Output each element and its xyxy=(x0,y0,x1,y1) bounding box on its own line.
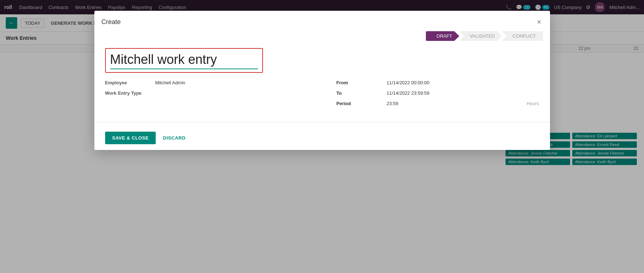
form-right: From 11/14/2022 00:00:00 To 11/14/2022 2… xyxy=(322,80,539,111)
work-entry-title[interactable]: Mitchell work entry xyxy=(110,52,258,67)
employee-row: Employee Mitchell Admin xyxy=(105,80,308,85)
dialog-overlay: Create × DRAFT VALIDATED CONFLICT Mitche… xyxy=(0,0,644,273)
status-bar: DRAFT VALIDATED CONFLICT xyxy=(94,28,550,41)
status-conflict[interactable]: CONFLICT xyxy=(502,31,543,41)
status-draft[interactable]: DRAFT xyxy=(426,31,459,41)
from-value[interactable]: 11/14/2022 00:00:00 xyxy=(387,80,429,85)
dialog-header: Create × xyxy=(94,11,550,28)
employee-value[interactable]: Mitchell Admin xyxy=(155,80,185,85)
form-left: Employee Mitchell Admin Work Entry Type xyxy=(105,80,322,111)
save-close-button[interactable]: SAVE & CLOSE xyxy=(105,132,156,144)
status-validated[interactable]: VALIDATED xyxy=(459,31,502,41)
from-row: From 11/14/2022 00:00:00 xyxy=(337,80,539,85)
work-entry-title-section: Mitchell work entry xyxy=(105,48,263,73)
to-label: To xyxy=(337,90,387,96)
work-entry-type-label: Work Entry Type xyxy=(105,90,155,96)
dialog-body: Mitchell work entry Employee Mitchell Ad… xyxy=(94,41,550,118)
create-dialog: Create × DRAFT VALIDATED CONFLICT Mitche… xyxy=(94,11,550,150)
close-dialog-button[interactable]: × xyxy=(536,17,543,28)
title-underline xyxy=(110,69,258,69)
work-entry-type-row: Work Entry Type xyxy=(105,90,308,96)
discard-button[interactable]: DISCARD xyxy=(160,132,188,144)
employee-label: Employee xyxy=(105,80,155,85)
period-row: Period 23:59 Hours xyxy=(337,101,539,106)
dialog-footer: SAVE & CLOSE DISCARD xyxy=(94,126,550,150)
to-row: To 11/14/2022 23:59:59 xyxy=(337,90,539,96)
form-grid: Employee Mitchell Admin Work Entry Type … xyxy=(105,80,539,111)
to-value[interactable]: 11/14/2022 23:59:59 xyxy=(387,90,429,96)
period-value[interactable]: 23:59 xyxy=(387,101,399,106)
from-label: From xyxy=(337,80,387,85)
period-label: Period xyxy=(337,101,387,106)
dialog-separator xyxy=(94,122,550,122)
hours-label: Hours xyxy=(527,101,539,106)
dialog-title: Create xyxy=(102,18,121,26)
